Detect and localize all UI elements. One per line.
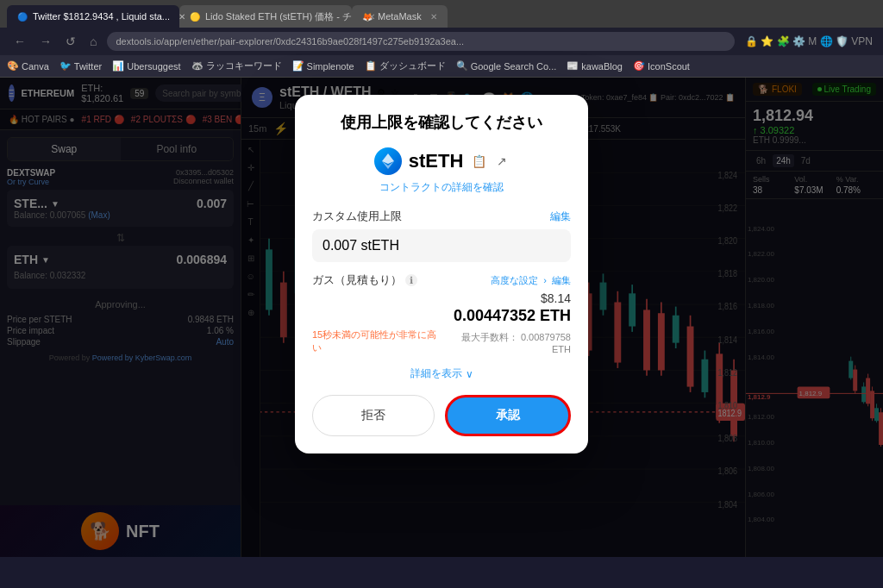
gas-info-icon: ℹ	[405, 274, 417, 286]
modal-token-name: stETH	[409, 150, 464, 172]
gas-usd: $8.14	[312, 291, 571, 305]
gas-bottom-row: 15秒未満の可能性が非常に高い 最大手数料： 0.00879758 ETH	[312, 328, 571, 356]
tab-2[interactable]: 🟡 Lido Staked ETH (stETH) 価格 - チ... ✕	[179, 5, 352, 28]
gas-label: ガス（見積もり） ℹ	[312, 272, 417, 288]
custom-limit-header: カスタム使用上限 編集	[312, 209, 571, 224]
gas-label-group: ガス（見積もり） ℹ	[312, 272, 417, 288]
canva-icon: 🎨	[7, 60, 19, 72]
tab-close-1[interactable]: ✕	[178, 12, 185, 22]
extension-icons: 🔒 ⭐ 🧩 ⚙️ M 🌐 🛡️ VPN	[745, 35, 873, 47]
main-content: Ξ ETHEREUM ETH: $1,820.61 59 🔥 HOT PAIRS…	[0, 78, 883, 557]
bookmark-twitter[interactable]: 🐦 Twitter	[59, 60, 102, 72]
address-input[interactable]	[107, 32, 735, 51]
amount-box: 0.007 stETH	[312, 229, 571, 262]
metamask-modal: 使用上限を確認してください stETH 📋 ↗ コントラクトの詳細を確認 カスタ…	[295, 95, 588, 454]
modal-buttons: 拒否 承認	[312, 395, 571, 436]
bookmark-iconscout[interactable]: 🎯 IconScout	[633, 60, 690, 72]
custom-limit-edit-button[interactable]: 編集	[550, 210, 571, 224]
tab-close-2[interactable]: ✕	[368, 12, 375, 22]
home-button[interactable]: ⌂	[86, 33, 100, 50]
custom-limit-label: カスタム使用上限	[312, 209, 402, 224]
copy-token-button[interactable]: 📋	[470, 153, 488, 170]
external-link-button[interactable]: ↗	[495, 153, 509, 170]
details-link[interactable]: 詳細を表示 ∨	[312, 366, 571, 381]
bookmark-dashboard[interactable]: 📋 ダッシュボード	[365, 59, 446, 72]
rakko-icon: 🦝	[191, 60, 204, 72]
contract-link[interactable]: コントラクトの詳細を確認	[312, 180, 571, 195]
tab-title-3: MetaMask	[378, 11, 422, 22]
iconscout-icon: 🎯	[633, 60, 645, 72]
tabs-bar: 🔵 Twitter $1812.9434 , Liquid sta... ✕ 🟡…	[0, 0, 883, 28]
svg-marker-122	[382, 153, 394, 164]
kawablog-icon: 📰	[567, 60, 579, 72]
details-chevron: ∨	[466, 368, 473, 380]
bookmark-ubersuggest[interactable]: 📊 Ubersuggest	[112, 60, 180, 72]
back-button[interactable]: ←	[10, 33, 29, 50]
gas-warning: 15秒未満の可能性が非常に高い	[312, 328, 442, 354]
approve-button[interactable]: 承認	[445, 395, 571, 436]
tab-title-1: Twitter $1812.9434 , Liquid sta...	[33, 11, 170, 22]
gas-eth: 0.00447352 ETH	[312, 307, 571, 325]
address-bar: ← → ↺ ⌂ 🔒 ⭐ 🧩 ⚙️ M 🌐 🛡️ VPN	[0, 28, 883, 55]
bookmark-simplenote[interactable]: 📝 Simplenote	[292, 60, 354, 72]
bookmarks-bar: 🎨 Canva 🐦 Twitter 📊 Ubersuggest 🦝 ラッコキーワ…	[0, 55, 883, 78]
modal-title: 使用上限を確認してください	[312, 112, 571, 134]
tab-icon-2: 🟡	[190, 12, 200, 22]
modal-token-header: stETH 📋 ↗	[312, 147, 571, 175]
tab-icon-1: 🔵	[17, 12, 28, 22]
bookmark-kawablog[interactable]: 📰 kawaBlog	[567, 60, 623, 72]
bookmark-canva[interactable]: 🎨 Canva	[7, 60, 49, 72]
reject-button[interactable]: 拒否	[312, 395, 435, 436]
forward-button[interactable]: →	[36, 33, 55, 50]
tab-3[interactable]: 🦊 MetaMask ✕	[352, 5, 448, 28]
simplenote-icon: 📝	[292, 60, 304, 72]
bookmark-google[interactable]: 🔍 Google Search Co...	[456, 60, 557, 72]
steth-svg	[382, 153, 394, 169]
gas-section: ガス（見積もり） ℹ 高度な設定 › 編集 $8.14 0.00447352 E…	[312, 272, 571, 356]
amount-value: 0.007 stETH	[323, 238, 399, 253]
google-icon: 🔍	[456, 60, 468, 72]
tab-title-2: Lido Staked ETH (stETH) 価格 - チ...	[205, 10, 360, 23]
gas-max: 最大手数料： 0.00879758 ETH	[442, 331, 571, 354]
reload-button[interactable]: ↺	[62, 33, 79, 50]
tab-active[interactable]: 🔵 Twitter $1812.9434 , Liquid sta... ✕	[7, 5, 179, 28]
gas-settings[interactable]: 高度な設定 › 編集	[491, 274, 571, 287]
bookmark-rakko[interactable]: 🦝 ラッコキーワード	[191, 59, 282, 72]
dashboard-icon: 📋	[365, 60, 377, 72]
ubersuggest-icon: 📊	[112, 60, 124, 72]
gas-settings-chevron: ›	[543, 275, 547, 285]
twitter-icon: 🐦	[59, 60, 72, 72]
steth-modal-icon	[374, 147, 402, 175]
modal-overlay: 使用上限を確認してください stETH 📋 ↗ コントラクトの詳細を確認 カスタ…	[0, 78, 883, 557]
gas-header: ガス（見積もり） ℹ 高度な設定 › 編集	[312, 272, 571, 288]
tab-close-3[interactable]: ✕	[430, 12, 437, 22]
